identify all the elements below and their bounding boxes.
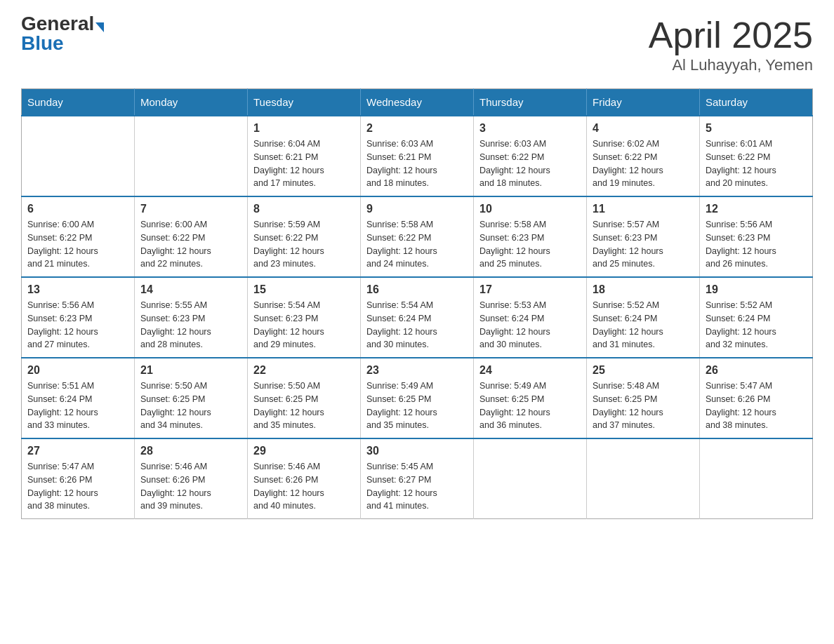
table-row: 21Sunrise: 5:50 AM Sunset: 6:25 PM Dayli… — [135, 358, 248, 438]
day-number: 19 — [706, 283, 807, 296]
table-row — [700, 438, 813, 519]
day-number: 9 — [366, 203, 468, 215]
day-info: Sunrise: 5:57 AM Sunset: 6:23 PM Dayligh… — [593, 218, 694, 271]
table-row: 2Sunrise: 6:03 AM Sunset: 6:21 PM Daylig… — [361, 116, 474, 196]
day-number: 16 — [366, 283, 468, 296]
day-info: Sunrise: 5:50 AM Sunset: 6:25 PM Dayligh… — [140, 380, 241, 432]
table-row: 27Sunrise: 5:47 AM Sunset: 6:26 PM Dayli… — [22, 438, 135, 519]
table-row: 30Sunrise: 5:45 AM Sunset: 6:27 PM Dayli… — [361, 438, 474, 519]
day-info: Sunrise: 6:03 AM Sunset: 6:22 PM Dayligh… — [479, 137, 581, 190]
calendar-week-row: 20Sunrise: 5:51 AM Sunset: 6:24 PM Dayli… — [22, 358, 813, 438]
day-info: Sunrise: 5:51 AM Sunset: 6:24 PM Dayligh… — [27, 380, 128, 432]
day-info: Sunrise: 5:47 AM Sunset: 6:26 PM Dayligh… — [27, 460, 128, 513]
day-info: Sunrise: 5:58 AM Sunset: 6:22 PM Dayligh… — [366, 218, 468, 271]
col-saturday: Saturday — [700, 89, 813, 116]
day-info: Sunrise: 5:55 AM Sunset: 6:23 PM Dayligh… — [140, 299, 241, 351]
day-number: 28 — [140, 445, 241, 457]
day-number: 24 — [479, 364, 581, 377]
day-info: Sunrise: 5:52 AM Sunset: 6:24 PM Dayligh… — [706, 299, 807, 351]
day-info: Sunrise: 5:49 AM Sunset: 6:25 PM Dayligh… — [366, 380, 468, 432]
table-row: 11Sunrise: 5:57 AM Sunset: 6:23 PM Dayli… — [587, 196, 700, 277]
table-row: 22Sunrise: 5:50 AM Sunset: 6:25 PM Dayli… — [248, 358, 361, 438]
page-header: General Blue April 2025 Al Luhayyah, Yem… — [21, 14, 813, 74]
day-number: 30 — [366, 445, 468, 457]
table-row: 12Sunrise: 5:56 AM Sunset: 6:23 PM Dayli… — [700, 196, 813, 277]
calendar-week-row: 13Sunrise: 5:56 AM Sunset: 6:23 PM Dayli… — [22, 277, 813, 358]
day-number: 27 — [27, 445, 128, 457]
calendar-header-row: Sunday Monday Tuesday Wednesday Thursday… — [22, 89, 813, 116]
table-row: 24Sunrise: 5:49 AM Sunset: 6:25 PM Dayli… — [474, 358, 587, 438]
day-number: 26 — [706, 364, 807, 377]
table-row: 1Sunrise: 6:04 AM Sunset: 6:21 PM Daylig… — [248, 116, 361, 196]
table-row: 26Sunrise: 5:47 AM Sunset: 6:26 PM Dayli… — [700, 358, 813, 438]
table-row: 25Sunrise: 5:48 AM Sunset: 6:25 PM Dayli… — [587, 358, 700, 438]
table-row: 3Sunrise: 6:03 AM Sunset: 6:22 PM Daylig… — [474, 116, 587, 196]
col-tuesday: Tuesday — [248, 89, 361, 116]
table-row: 19Sunrise: 5:52 AM Sunset: 6:24 PM Dayli… — [700, 277, 813, 358]
day-number: 1 — [253, 122, 355, 135]
calendar-week-row: 1Sunrise: 6:04 AM Sunset: 6:21 PM Daylig… — [22, 116, 813, 196]
table-row — [22, 116, 135, 196]
day-number: 14 — [140, 283, 241, 296]
table-row: 17Sunrise: 5:53 AM Sunset: 6:24 PM Dayli… — [474, 277, 587, 358]
col-thursday: Thursday — [474, 89, 587, 116]
day-info: Sunrise: 5:56 AM Sunset: 6:23 PM Dayligh… — [27, 299, 128, 351]
day-info: Sunrise: 5:59 AM Sunset: 6:22 PM Dayligh… — [253, 218, 355, 271]
page-title: April 2025 — [649, 14, 813, 56]
table-row — [474, 438, 587, 519]
table-row: 28Sunrise: 5:46 AM Sunset: 6:26 PM Dayli… — [135, 438, 248, 519]
day-info: Sunrise: 5:54 AM Sunset: 6:24 PM Dayligh… — [366, 299, 468, 351]
day-number: 20 — [27, 364, 128, 377]
day-info: Sunrise: 5:54 AM Sunset: 6:23 PM Dayligh… — [253, 299, 355, 351]
table-row: 16Sunrise: 5:54 AM Sunset: 6:24 PM Dayli… — [361, 277, 474, 358]
day-info: Sunrise: 6:00 AM Sunset: 6:22 PM Dayligh… — [140, 218, 241, 271]
day-number: 6 — [27, 203, 128, 215]
table-row: 4Sunrise: 6:02 AM Sunset: 6:22 PM Daylig… — [587, 116, 700, 196]
logo-blue: Blue — [21, 34, 64, 53]
day-info: Sunrise: 5:56 AM Sunset: 6:23 PM Dayligh… — [706, 218, 807, 271]
day-number: 4 — [593, 122, 694, 135]
logo-text: General — [21, 14, 104, 34]
col-wednesday: Wednesday — [361, 89, 474, 116]
calendar-week-row: 6Sunrise: 6:00 AM Sunset: 6:22 PM Daylig… — [22, 196, 813, 277]
table-row — [135, 116, 248, 196]
day-number: 25 — [593, 364, 694, 377]
day-number: 10 — [479, 203, 581, 215]
day-info: Sunrise: 6:04 AM Sunset: 6:21 PM Dayligh… — [253, 137, 355, 190]
table-row: 6Sunrise: 6:00 AM Sunset: 6:22 PM Daylig… — [22, 196, 135, 277]
table-row: 14Sunrise: 5:55 AM Sunset: 6:23 PM Dayli… — [135, 277, 248, 358]
table-row: 7Sunrise: 6:00 AM Sunset: 6:22 PM Daylig… — [135, 196, 248, 277]
table-row: 23Sunrise: 5:49 AM Sunset: 6:25 PM Dayli… — [361, 358, 474, 438]
calendar-table: Sunday Monday Tuesday Wednesday Thursday… — [21, 88, 813, 519]
day-info: Sunrise: 6:02 AM Sunset: 6:22 PM Dayligh… — [593, 137, 694, 190]
table-row: 8Sunrise: 5:59 AM Sunset: 6:22 PM Daylig… — [248, 196, 361, 277]
table-row: 5Sunrise: 6:01 AM Sunset: 6:22 PM Daylig… — [700, 116, 813, 196]
day-info: Sunrise: 5:47 AM Sunset: 6:26 PM Dayligh… — [706, 380, 807, 432]
day-number: 8 — [253, 203, 355, 215]
day-info: Sunrise: 5:48 AM Sunset: 6:25 PM Dayligh… — [593, 380, 694, 432]
day-number: 2 — [366, 122, 468, 135]
page-subtitle: Al Luhayyah, Yemen — [649, 56, 813, 74]
table-row — [587, 438, 700, 519]
day-number: 12 — [706, 203, 807, 215]
day-number: 17 — [479, 283, 581, 296]
day-number: 22 — [253, 364, 355, 377]
day-info: Sunrise: 5:58 AM Sunset: 6:23 PM Dayligh… — [479, 218, 581, 271]
day-info: Sunrise: 5:53 AM Sunset: 6:24 PM Dayligh… — [479, 299, 581, 351]
table-row: 18Sunrise: 5:52 AM Sunset: 6:24 PM Dayli… — [587, 277, 700, 358]
day-number: 3 — [479, 122, 581, 135]
day-number: 21 — [140, 364, 241, 377]
day-number: 11 — [593, 203, 694, 215]
logo-triangle-icon — [95, 22, 104, 32]
title-block: April 2025 Al Luhayyah, Yemen — [649, 14, 813, 74]
calendar-week-row: 27Sunrise: 5:47 AM Sunset: 6:26 PM Dayli… — [22, 438, 813, 519]
day-info: Sunrise: 5:46 AM Sunset: 6:26 PM Dayligh… — [253, 460, 355, 513]
logo-general: General — [21, 13, 94, 34]
day-number: 29 — [253, 445, 355, 457]
day-number: 7 — [140, 203, 241, 215]
day-info: Sunrise: 5:52 AM Sunset: 6:24 PM Dayligh… — [593, 299, 694, 351]
logo: General Blue — [21, 14, 104, 53]
table-row: 20Sunrise: 5:51 AM Sunset: 6:24 PM Dayli… — [22, 358, 135, 438]
day-info: Sunrise: 5:50 AM Sunset: 6:25 PM Dayligh… — [253, 380, 355, 432]
day-number: 5 — [706, 122, 807, 135]
